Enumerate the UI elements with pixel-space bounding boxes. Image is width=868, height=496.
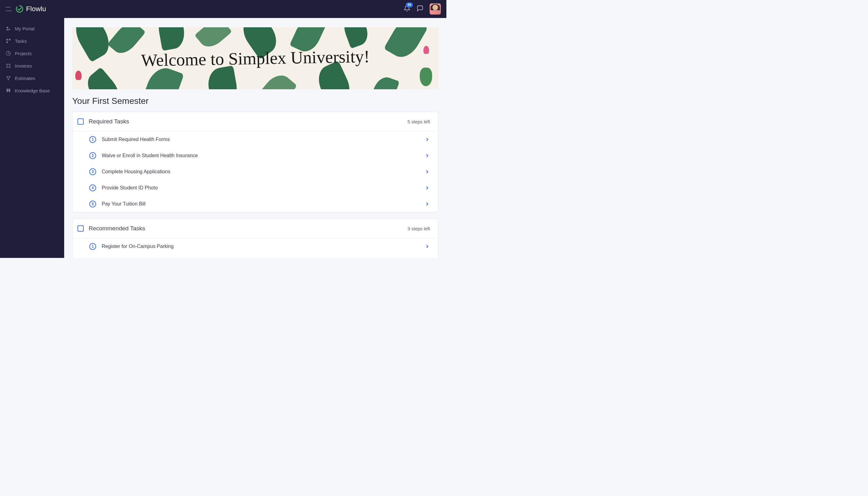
section-title: Required Tasks (89, 118, 407, 125)
banner-title: Welcome to Simplex University! (141, 46, 370, 71)
sidebar-item-label: Knowledge Base (15, 88, 50, 93)
leaf-decoration (205, 65, 239, 89)
leaf-decoration (369, 74, 400, 89)
chat-button[interactable] (417, 5, 423, 13)
step-number: 1 (89, 136, 96, 143)
svg-point-7 (9, 64, 10, 65)
sidebar-item-label: Estimates (15, 76, 35, 81)
svg-point-8 (6, 67, 7, 67)
task-item[interactable]: 1 Register for On-Campus Parking (73, 238, 438, 254)
task-label: Waive or Enroll in Student Health Insura… (102, 153, 424, 158)
app-logo[interactable]: Flowlu (16, 5, 46, 13)
page-title: Your First Semester (72, 96, 438, 106)
section-title: Recommended Tasks (89, 225, 407, 232)
content-wrapper: Welcome to Simplex University! Your Firs… (64, 18, 446, 258)
sidebar-item-label: My Portal (15, 26, 34, 31)
step-number: 1 (89, 243, 96, 250)
chevron-right-icon (424, 137, 430, 142)
header-left: Flowlu (5, 5, 46, 13)
leaf-decoration (156, 27, 187, 51)
step-number: 3 (89, 168, 96, 175)
welcome-banner: Welcome to Simplex University! (72, 27, 438, 89)
section-checkbox[interactable] (78, 119, 84, 125)
task-item[interactable]: 1 Submit Required Health Forms (73, 131, 438, 148)
svg-point-1 (9, 29, 11, 30)
sidebar-item-knowledge-base[interactable]: Knowledge Base (0, 84, 64, 97)
leaf-decoration (257, 70, 297, 89)
sidebar-item-tasks[interactable]: Tasks (0, 35, 64, 47)
task-item[interactable]: 4 Provide Student ID Photo (73, 180, 438, 196)
logo-text: Flowlu (26, 5, 46, 13)
svg-point-6 (6, 64, 7, 65)
task-item[interactable]: 3 Complete Housing Applications (73, 164, 438, 180)
step-number: 5 (89, 201, 96, 207)
chevron-right-icon (424, 244, 430, 249)
svg-point-10 (6, 76, 7, 77)
task-item[interactable]: 2 Enroll in Tuition Refund Insurance (73, 254, 438, 258)
book-icon (5, 88, 11, 93)
svg-point-0 (6, 27, 9, 29)
task-section-recommended: Recommended Tasks 3 steps left 1 Registe… (72, 219, 438, 258)
leaf-decoration (384, 27, 428, 63)
sidebar-item-projects[interactable]: Projects (0, 47, 64, 60)
step-number: 2 (89, 152, 96, 159)
svg-rect-3 (9, 39, 11, 40)
task-label: Submit Required Health Forms (102, 137, 424, 142)
task-section-required: Required Tasks 5 steps left 1 Submit Req… (72, 112, 438, 212)
invoices-icon (5, 63, 11, 68)
sidebar-item-my-portal[interactable]: My Portal (0, 22, 64, 35)
task-label: Provide Student ID Photo (102, 185, 424, 191)
chevron-right-icon (424, 169, 430, 174)
svg-rect-2 (6, 39, 8, 40)
task-item[interactable]: 5 Pay Your Tuition Bill (73, 196, 438, 212)
tasks-icon (5, 38, 11, 44)
leaf-decoration (107, 27, 146, 58)
app-header: Flowlu 59 (0, 0, 446, 18)
svg-point-12 (8, 79, 9, 80)
task-item[interactable]: 2 Waive or Enroll in Student Health Insu… (73, 148, 438, 164)
notifications-button[interactable]: 59 (404, 5, 410, 13)
projects-icon (5, 50, 11, 56)
estimates-icon (5, 75, 11, 81)
chat-icon (417, 5, 423, 12)
logo-mark-icon (16, 5, 24, 13)
leaf-decoration (82, 67, 125, 89)
leaf-decoration (340, 27, 371, 49)
flower-decoration (75, 71, 81, 80)
sidebar: My Portal Tasks Projects Invoices Estima… (0, 18, 64, 258)
portal-icon (5, 26, 11, 31)
sidebar-item-label: Projects (15, 51, 32, 56)
section-header: Required Tasks 5 steps left (73, 112, 438, 131)
chevron-right-icon (424, 185, 430, 191)
section-header: Recommended Tasks 3 steps left (73, 219, 438, 238)
flower-decoration (423, 46, 429, 54)
cactus-decoration (420, 67, 432, 86)
main-content: Welcome to Simplex University! Your Firs… (64, 18, 446, 258)
svg-point-11 (9, 76, 10, 77)
sidebar-item-label: Tasks (15, 38, 27, 44)
sidebar-item-label: Invoices (15, 63, 32, 68)
task-label: Pay Your Tuition Bill (102, 201, 424, 207)
step-number: 4 (89, 184, 96, 191)
svg-point-9 (9, 67, 10, 67)
menu-toggle-icon[interactable] (5, 7, 12, 11)
sidebar-item-estimates[interactable]: Estimates (0, 72, 64, 84)
layout: My Portal Tasks Projects Invoices Estima… (0, 18, 446, 258)
user-avatar[interactable] (430, 3, 441, 15)
task-label: Register for On-Campus Parking (102, 244, 424, 249)
header-right: 59 (404, 3, 441, 15)
chevron-right-icon (424, 201, 430, 207)
notification-badge: 59 (406, 2, 413, 7)
chevron-right-icon (424, 153, 430, 158)
section-checkbox[interactable] (78, 226, 84, 232)
steps-remaining: 5 steps left (407, 119, 430, 124)
svg-rect-4 (6, 42, 8, 43)
task-label: Complete Housing Applications (102, 169, 424, 174)
steps-remaining: 3 steps left (407, 226, 430, 231)
leaf-decoration (195, 27, 232, 52)
sidebar-item-invoices[interactable]: Invoices (0, 60, 64, 72)
